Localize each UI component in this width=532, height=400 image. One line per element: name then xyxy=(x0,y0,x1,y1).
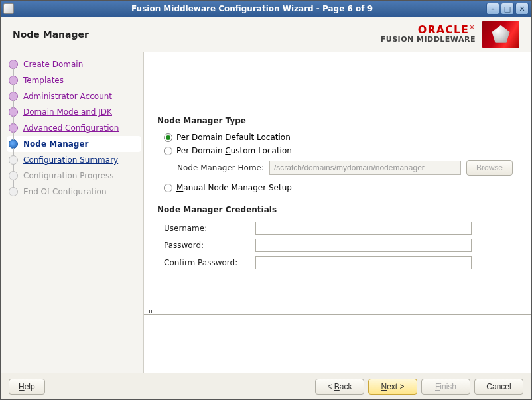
step-config-summary[interactable]: Configuration Summary xyxy=(7,152,141,168)
step-create-domain[interactable]: Create Domain xyxy=(7,56,141,72)
step-domain-mode-jdk[interactable]: Domain Mode and JDK xyxy=(7,104,141,120)
brand-subtitle: FUSION MIDDLEWARE xyxy=(381,36,476,44)
credentials-heading: Node Manager Credentials xyxy=(157,205,513,214)
radio-manual-setup[interactable]: Manual Node Manager Setup xyxy=(157,181,513,194)
step-admin-account[interactable]: Administrator Account xyxy=(7,88,141,104)
page-title: Node Manager xyxy=(13,29,381,40)
sidebar-splitter[interactable] xyxy=(143,54,147,60)
app-window: Fusion Middleware Configuration Wizard -… xyxy=(0,0,532,400)
help-button[interactable]: Help xyxy=(9,379,45,395)
main-panel: Node Manager Type Per Domain Default Loc… xyxy=(143,52,531,373)
step-config-progress: Configuration Progress xyxy=(7,168,141,184)
log-output xyxy=(144,314,531,373)
node-manager-home-input xyxy=(269,161,461,175)
minimize-button[interactable]: – xyxy=(486,3,499,15)
brand-logo-icon xyxy=(482,21,519,48)
header: Node Manager ORACLE® FUSION MIDDLEWARE xyxy=(1,17,531,52)
back-button[interactable]: < Back xyxy=(315,379,364,395)
node-manager-home-label: Node Manager Home: xyxy=(177,163,264,172)
app-icon xyxy=(3,3,14,14)
brand: ORACLE® FUSION MIDDLEWARE xyxy=(381,21,519,48)
step-end-config: End Of Configuration xyxy=(7,184,141,200)
finish-button: Finish xyxy=(421,379,470,395)
radio-per-domain-default-input[interactable] xyxy=(164,133,172,142)
password-label: Password: xyxy=(164,241,250,250)
content: Node Manager ORACLE® FUSION MIDDLEWARE C… xyxy=(1,17,531,399)
wizard-steps-sidebar: Create Domain Templates Administrator Ac… xyxy=(1,52,143,373)
step-templates[interactable]: Templates xyxy=(7,72,141,88)
password-input[interactable] xyxy=(255,239,472,252)
radio-per-domain-custom[interactable]: Per Domain Custom Location xyxy=(157,144,513,157)
radio-manual-setup-input[interactable] xyxy=(164,184,172,192)
brand-oracle: ORACLE® xyxy=(381,25,476,36)
radio-per-domain-default-label: Per Domain Default Location xyxy=(176,133,291,142)
step-node-manager: Node Manager xyxy=(7,136,141,152)
radio-per-domain-custom-input[interactable] xyxy=(164,147,172,155)
username-input[interactable] xyxy=(255,222,472,235)
footer: Help < Back Next > Finish Cancel xyxy=(1,373,531,399)
radio-per-domain-custom-label: Per Domain Custom Location xyxy=(176,146,292,155)
cancel-button[interactable]: Cancel xyxy=(474,379,523,395)
username-label: Username: xyxy=(164,224,250,233)
window-title: Fusion Middleware Configuration Wizard -… xyxy=(18,4,486,13)
radio-per-domain-default[interactable]: Per Domain Default Location xyxy=(157,131,513,144)
browse-button: Browse xyxy=(466,160,513,176)
next-button[interactable]: Next > xyxy=(368,379,417,395)
step-advanced-config[interactable]: Advanced Configuration xyxy=(7,120,141,136)
confirm-password-label: Confirm Password: xyxy=(164,258,250,267)
maximize-button[interactable]: □ xyxy=(501,3,514,15)
radio-manual-setup-label: Manual Node Manager Setup xyxy=(176,183,292,192)
close-button[interactable]: ✕ xyxy=(515,3,529,15)
confirm-password-input[interactable] xyxy=(255,256,472,269)
titlebar[interactable]: Fusion Middleware Configuration Wizard -… xyxy=(1,1,531,17)
node-manager-type-heading: Node Manager Type xyxy=(157,116,513,125)
